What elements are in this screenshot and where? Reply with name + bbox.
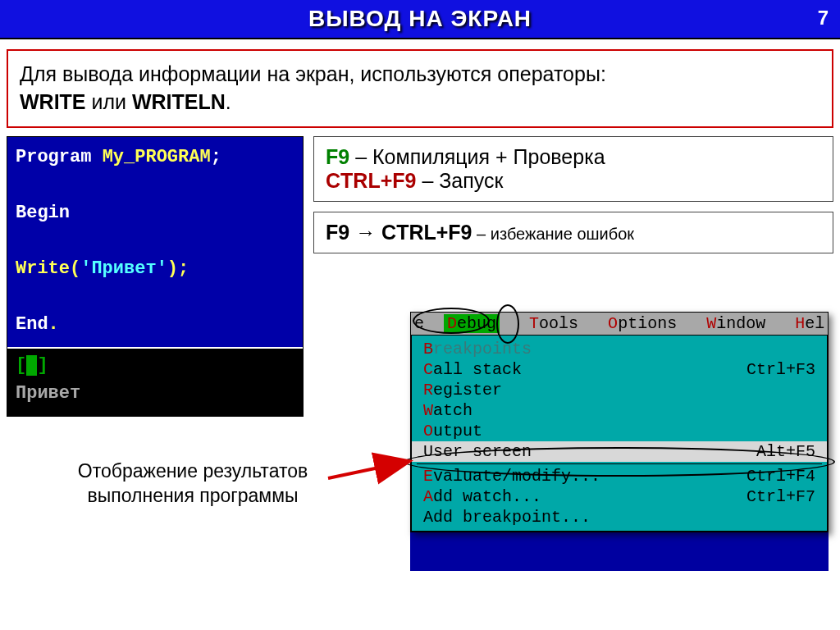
menu-item-label: Output xyxy=(423,422,482,441)
menu-item-shortcut: Alt+F5 xyxy=(756,442,815,461)
arrow-annotation xyxy=(328,458,418,482)
menu-tools[interactable]: Tools xyxy=(529,314,578,333)
info-text: Для вывода информации на экран, использу… xyxy=(20,62,606,85)
menu-item-watch[interactable]: Watch xyxy=(412,400,827,421)
seq-desc: – избежание ошибок xyxy=(472,225,635,243)
menu-item-add-breakpoint[interactable]: Add breakpoint... xyxy=(412,507,827,527)
code-token: Write( xyxy=(16,258,80,279)
key-f9: F9 xyxy=(326,145,349,168)
key-f9-desc: – Компиляция + Проверка xyxy=(349,145,605,168)
caption-line-1: Отображение результатов xyxy=(49,459,336,484)
menu-separator xyxy=(417,463,822,464)
menu-item-label: Register xyxy=(423,381,502,399)
keyword-writeln: WRITELN xyxy=(132,90,226,113)
info-box: Для вывода информации на экран, использу… xyxy=(7,49,833,128)
menu-item-evaluate-modify[interactable]: Evaluate/modify...Ctrl+F4 xyxy=(412,466,827,486)
menu-item-add-watch[interactable]: Add watch...Ctrl+F7 xyxy=(412,486,827,507)
menu-options[interactable]: Options xyxy=(608,314,677,333)
code-token: ; xyxy=(211,147,221,167)
info-dot: . xyxy=(226,90,231,113)
menu-item-label: Add breakpoint... xyxy=(423,508,591,527)
code-token: Program xyxy=(16,147,103,167)
title-bar: ВЫВОД НА ЭКРАН 7 xyxy=(0,0,840,39)
key-ctrl-f9-desc: – Запуск xyxy=(416,169,503,192)
code-token: . xyxy=(48,314,59,335)
menu-item-label: Add watch... xyxy=(423,487,541,506)
menu-item-label: User screen xyxy=(423,442,532,461)
seq-arrow: → xyxy=(349,221,381,244)
program-output: [ ] Привет xyxy=(7,347,303,416)
code-editor: Program My_PROGRAM; Begin Write('Привет'… xyxy=(7,136,304,418)
sequence-box: F9 → CTRL+F9 – избежание ошибок xyxy=(313,212,833,253)
menu-item-shortcut: Ctrl+F3 xyxy=(746,360,815,379)
menu-debug[interactable]: Debug xyxy=(444,314,500,333)
code-token: End xyxy=(16,314,48,335)
menu-item-label: Call stack xyxy=(423,360,522,379)
menu-item-breakpoints[interactable]: Breakpoints xyxy=(412,339,827,359)
output-text: Привет xyxy=(16,380,294,408)
menu-item-register[interactable]: Register xyxy=(412,380,827,400)
code-token: Begin xyxy=(16,203,70,223)
menu-item-label: Watch xyxy=(423,401,472,420)
caption-line-2: выполнения программы xyxy=(49,484,336,509)
menu-item-label: Breakpoints xyxy=(423,340,532,358)
menu-item-user-screen[interactable]: User screenAlt+F5 xyxy=(412,441,827,462)
menu-item-output[interactable]: Output xyxy=(412,421,827,441)
info-or: или xyxy=(92,90,132,113)
menu-help[interactable]: Hel xyxy=(795,314,824,333)
key-ctrl-f9: CTRL+F9 xyxy=(326,169,416,192)
caption: Отображение результатов выполнения прогр… xyxy=(49,459,336,509)
menu-bar: e Debug Tools Options Window Hel xyxy=(411,313,828,335)
menu-item-shortcut: Ctrl+F4 xyxy=(746,467,815,486)
code-token: 'Привет' xyxy=(80,258,167,279)
svg-line-1 xyxy=(328,461,410,478)
menu-item-call-stack[interactable]: Call stackCtrl+F3 xyxy=(412,359,827,380)
seq-ctrlf9: CTRL+F9 xyxy=(381,221,472,244)
code-token: My_PROGRAM xyxy=(103,147,211,167)
menu-item-label: Evaluate/modify... xyxy=(423,467,600,486)
debug-dropdown: BreakpointsCall stackCtrl+F3RegisterWatc… xyxy=(411,335,828,532)
keyword-write: WRITE xyxy=(20,90,86,113)
menu-item-shortcut: Ctrl+F7 xyxy=(746,487,815,506)
seq-f9: F9 xyxy=(326,221,349,244)
code-token: ); xyxy=(167,258,189,279)
ide-menu-screenshot: e Debug Tools Options Window Hel Breakpo… xyxy=(410,312,829,532)
hotkeys-box: F9 – Компиляция + Проверка CTRL+F9 – Зап… xyxy=(313,136,833,202)
page-number: 7 xyxy=(818,7,829,30)
menu-window[interactable]: Window xyxy=(706,314,765,333)
slide-title: ВЫВОД НА ЭКРАН xyxy=(308,6,532,32)
